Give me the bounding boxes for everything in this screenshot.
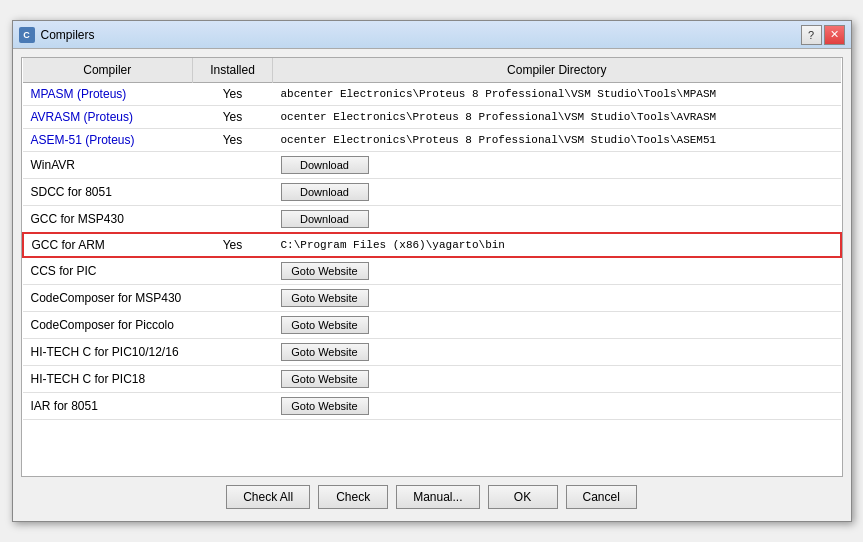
compiler-name-cell: WinAVR (23, 152, 193, 179)
table-row: MPASM (Proteus)Yesabcenter Electronics\P… (23, 83, 841, 106)
table-row: CodeComposer for MSP430Goto Website (23, 285, 841, 312)
compiler-link[interactable]: ASEM-51 (Proteus) (31, 133, 135, 147)
download-button[interactable]: Download (281, 210, 369, 228)
compilers-table-container[interactable]: Compiler Installed Compiler Directory MP… (21, 57, 843, 477)
download-button[interactable]: Download (281, 183, 369, 201)
compiler-name-cell: GCC for ARM (23, 233, 193, 257)
dialog-icon: C (19, 27, 35, 43)
directory-cell: ocenter Electronics\Proteus 8 Profession… (273, 106, 841, 129)
compiler-name-cell: MPASM (Proteus) (23, 83, 193, 106)
directory-cell: Goto Website (273, 285, 841, 312)
table-row: GCC for MSP430Download (23, 206, 841, 234)
title-bar: C Compilers ? ✕ (13, 21, 851, 49)
compiler-name-cell: HI-TECH C for PIC10/12/16 (23, 339, 193, 366)
manual-button[interactable]: Manual... (396, 485, 479, 509)
installed-cell (193, 152, 273, 179)
col-header-compiler: Compiler (23, 58, 193, 83)
installed-cell (193, 312, 273, 339)
title-buttons: ? ✕ (801, 25, 845, 45)
directory-cell: C:\Program Files (x86)\yagarto\bin (273, 233, 841, 257)
compiler-name-cell: HI-TECH C for PIC18 (23, 366, 193, 393)
table-row: SDCC for 8051Download (23, 179, 841, 206)
installed-cell: Yes (193, 233, 273, 257)
table-body: MPASM (Proteus)Yesabcenter Electronics\P… (23, 83, 841, 420)
table-row: WinAVRDownload (23, 152, 841, 179)
compiler-name-cell: IAR for 8051 (23, 393, 193, 420)
installed-cell: Yes (193, 129, 273, 152)
installed-cell (193, 257, 273, 285)
goto-website-button[interactable]: Goto Website (281, 343, 369, 361)
compiler-link[interactable]: AVRASM (Proteus) (31, 110, 133, 124)
table-row: AVRASM (Proteus)Yesocenter Electronics\P… (23, 106, 841, 129)
installed-cell (193, 285, 273, 312)
col-header-directory: Compiler Directory (273, 58, 841, 83)
compiler-name-cell: ASEM-51 (Proteus) (23, 129, 193, 152)
close-button[interactable]: ✕ (824, 25, 845, 45)
goto-website-button[interactable]: Goto Website (281, 262, 369, 280)
directory-cell: Download (273, 179, 841, 206)
installed-cell (193, 206, 273, 234)
directory-cell: ocenter Electronics\Proteus 8 Profession… (273, 129, 841, 152)
installed-cell (193, 393, 273, 420)
title-bar-left: C Compilers (19, 27, 95, 43)
compilers-table: Compiler Installed Compiler Directory MP… (22, 58, 842, 420)
directory-cell: Download (273, 152, 841, 179)
goto-website-button[interactable]: Goto Website (281, 316, 369, 334)
compiler-name-cell: AVRASM (Proteus) (23, 106, 193, 129)
directory-cell: Download (273, 206, 841, 234)
table-header: Compiler Installed Compiler Directory (23, 58, 841, 83)
compiler-name-cell: CodeComposer for Piccolo (23, 312, 193, 339)
compiler-name-cell: CCS for PIC (23, 257, 193, 285)
goto-website-button[interactable]: Goto Website (281, 289, 369, 307)
goto-website-button[interactable]: Goto Website (281, 397, 369, 415)
compiler-name-cell: CodeComposer for MSP430 (23, 285, 193, 312)
installed-cell: Yes (193, 83, 273, 106)
compiler-name-cell: SDCC for 8051 (23, 179, 193, 206)
installed-cell (193, 179, 273, 206)
table-row: HI-TECH C for PIC18Goto Website (23, 366, 841, 393)
installed-cell (193, 339, 273, 366)
dialog-body: Compiler Installed Compiler Directory MP… (13, 49, 851, 521)
directory-cell: Goto Website (273, 393, 841, 420)
table-row: HI-TECH C for PIC10/12/16Goto Website (23, 339, 841, 366)
download-button[interactable]: Download (281, 156, 369, 174)
goto-website-button[interactable]: Goto Website (281, 370, 369, 388)
col-header-installed: Installed (193, 58, 273, 83)
table-row: CodeComposer for PiccoloGoto Website (23, 312, 841, 339)
directory-cell: Goto Website (273, 366, 841, 393)
compiler-name-cell: GCC for MSP430 (23, 206, 193, 234)
directory-cell: Goto Website (273, 312, 841, 339)
compiler-link[interactable]: MPASM (Proteus) (31, 87, 127, 101)
installed-cell: Yes (193, 106, 273, 129)
compilers-dialog: C Compilers ? ✕ Compiler Installed Compi… (12, 20, 852, 522)
directory-cell: Goto Website (273, 257, 841, 285)
table-row: ASEM-51 (Proteus)Yesocenter Electronics\… (23, 129, 841, 152)
help-button[interactable]: ? (801, 25, 822, 45)
check-all-button[interactable]: Check All (226, 485, 310, 509)
table-row: CCS for PICGoto Website (23, 257, 841, 285)
cancel-button[interactable]: Cancel (566, 485, 637, 509)
directory-cell: abcenter Electronics\Proteus 8 Professio… (273, 83, 841, 106)
installed-cell (193, 366, 273, 393)
dialog-title: Compilers (41, 28, 95, 42)
ok-button[interactable]: OK (488, 485, 558, 509)
table-row: GCC for ARMYesC:\Program Files (x86)\yag… (23, 233, 841, 257)
table-row: IAR for 8051Goto Website (23, 393, 841, 420)
footer-buttons: Check All Check Manual... OK Cancel (21, 477, 843, 513)
directory-cell: Goto Website (273, 339, 841, 366)
check-button[interactable]: Check (318, 485, 388, 509)
